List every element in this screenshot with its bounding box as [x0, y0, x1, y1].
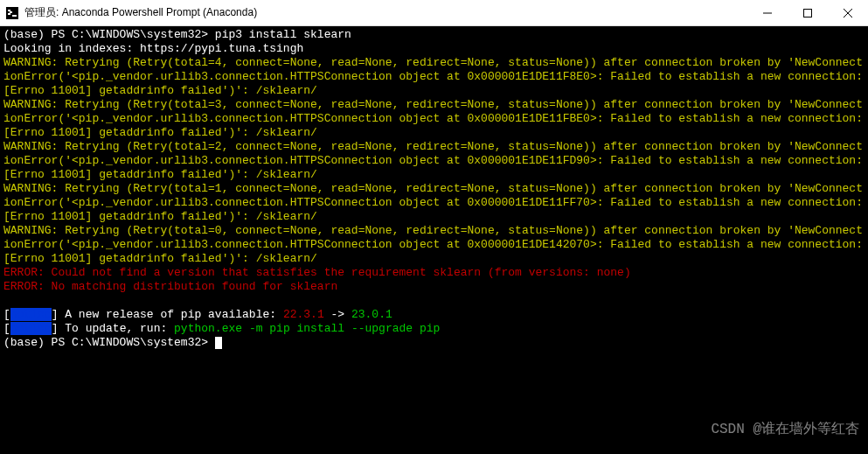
window-frame: 管理员: Anaconda Powershell Prompt (Anacond… — [0, 0, 868, 454]
titlebar: 管理员: Anaconda Powershell Prompt (Anacond… — [0, 0, 868, 26]
notice-badge: notice — [10, 322, 52, 335]
error-line: ERROR: Could not find a version that sat… — [3, 266, 865, 280]
cursor — [215, 337, 222, 349]
warning-line: WARNING: Retrying (Retry(total=1, connec… — [3, 182, 865, 224]
close-button[interactable] — [828, 0, 868, 26]
svg-rect-1 — [8, 10, 10, 11]
svg-rect-2 — [10, 11, 12, 13]
warning-line: WARNING: Retrying (Retry(total=2, connec… — [3, 140, 865, 182]
warning-line: WARNING: Retrying (Retry(total=4, connec… — [3, 56, 865, 98]
notice-line-2: [notice] To update, run: python.exe -m p… — [3, 322, 865, 336]
error-line: ERROR: No matching distribution found fo… — [3, 280, 865, 294]
window-title: 管理员: Anaconda Powershell Prompt (Anacond… — [24, 5, 747, 20]
maximize-button[interactable] — [788, 0, 828, 26]
notice-line-1: [notice] A new release of pip available:… — [3, 308, 865, 322]
command-text: pip3 install sklearn — [215, 28, 351, 41]
svg-rect-6 — [804, 9, 812, 17]
notice-badge: notice — [10, 308, 52, 321]
warning-line: WARNING: Retrying (Retry(total=3, connec… — [3, 98, 865, 140]
prompt-line-1: (base) PS C:\WINDOWS\system32> pip3 inst… — [3, 28, 865, 42]
terminal-area[interactable]: (base) PS C:\WINDOWS\system32> pip3 inst… — [0, 26, 868, 454]
svg-rect-3 — [8, 13, 10, 15]
warning-line: WARNING: Retrying (Retry(total=0, connec… — [3, 224, 865, 266]
minimize-button[interactable] — [747, 0, 788, 26]
watermark: CSDN @谁在墙外等红杏 — [711, 423, 859, 437]
output-looking: Looking in indexes: https://pypi.tuna.ts… — [3, 42, 865, 56]
svg-rect-4 — [12, 15, 17, 17]
blank-line — [3, 294, 865, 308]
prompt-text: (base) PS C:\WINDOWS\system32> — [3, 28, 215, 41]
app-icon — [5, 6, 19, 20]
prompt-line-2: (base) PS C:\WINDOWS\system32> — [3, 336, 865, 350]
prompt-text: (base) PS C:\WINDOWS\system32> — [3, 336, 215, 349]
